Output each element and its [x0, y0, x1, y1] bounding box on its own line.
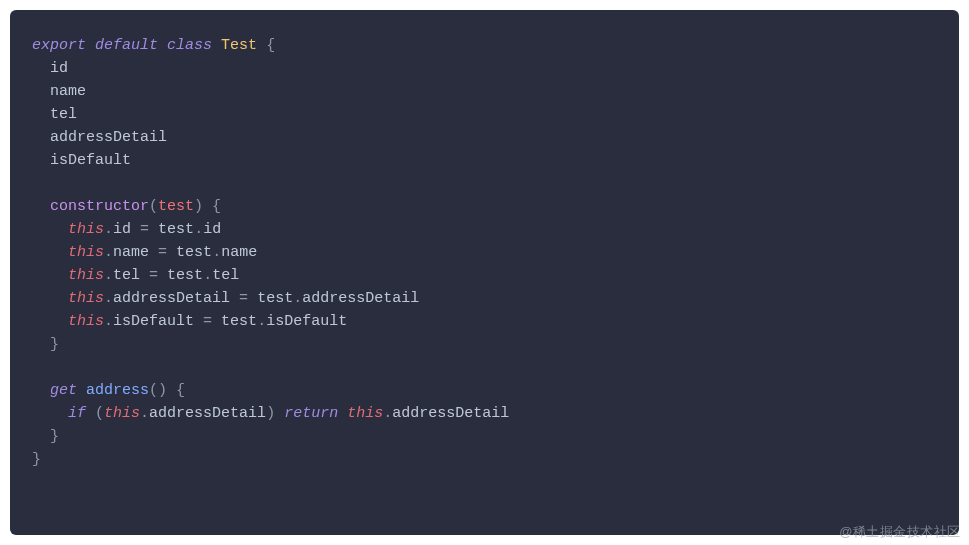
brace-close: }: [32, 451, 41, 468]
paren-close: ): [194, 198, 203, 215]
dot: .: [194, 221, 203, 238]
ref-test: test: [167, 267, 203, 284]
kw-this: this: [68, 244, 104, 261]
eq: =: [203, 313, 212, 330]
field-id: id: [50, 60, 68, 77]
kw-this: this: [104, 405, 140, 422]
dot: .: [293, 290, 302, 307]
dot: .: [257, 313, 266, 330]
brace-close: }: [50, 336, 59, 353]
kw-export: export: [32, 37, 86, 54]
kw-this: this: [68, 313, 104, 330]
paren-open: (: [95, 405, 104, 422]
method-address: address: [86, 382, 149, 399]
ref-test: test: [176, 244, 212, 261]
prop-addressDetail: addressDetail: [149, 405, 266, 422]
kw-this: this: [68, 221, 104, 238]
code-block: export default class Test { id name tel …: [32, 34, 937, 471]
field-addressDetail: addressDetail: [50, 129, 167, 146]
prop-name: name: [113, 244, 149, 261]
prop-addressDetail: addressDetail: [113, 290, 230, 307]
prop-id: id: [113, 221, 131, 238]
dot: .: [212, 244, 221, 261]
prop-isDefault: isDefault: [266, 313, 347, 330]
brace-open: {: [176, 382, 185, 399]
code-frame: export default class Test { id name tel …: [10, 10, 959, 535]
eq: =: [140, 221, 149, 238]
ref-test: test: [221, 313, 257, 330]
kw-class: class: [167, 37, 212, 54]
field-tel: tel: [50, 106, 77, 123]
prop-tel: tel: [212, 267, 239, 284]
ref-test: test: [158, 221, 194, 238]
paren-open: (: [149, 382, 158, 399]
dot: .: [383, 405, 392, 422]
kw-this: this: [68, 290, 104, 307]
brace-open: {: [266, 37, 275, 54]
ref-test: test: [257, 290, 293, 307]
eq: =: [149, 267, 158, 284]
kw-default: default: [95, 37, 158, 54]
kw-return: return: [284, 405, 338, 422]
dot: .: [203, 267, 212, 284]
kw-if: if: [68, 405, 86, 422]
dot: .: [104, 221, 113, 238]
param-test: test: [158, 198, 194, 215]
paren-open: (: [149, 198, 158, 215]
watermark-text: @稀土掘金技术社区: [839, 523, 961, 541]
dot: .: [140, 405, 149, 422]
prop-tel: tel: [113, 267, 140, 284]
paren-close: ): [158, 382, 167, 399]
prop-addressDetail: addressDetail: [302, 290, 419, 307]
dot: .: [104, 290, 113, 307]
class-name: Test: [221, 37, 257, 54]
brace-close: }: [50, 428, 59, 445]
dot: .: [104, 313, 113, 330]
dot: .: [104, 244, 113, 261]
kw-this: this: [347, 405, 383, 422]
kw-get: get: [50, 382, 77, 399]
prop-addressDetail: addressDetail: [392, 405, 509, 422]
prop-name: name: [221, 244, 257, 261]
dot: .: [104, 267, 113, 284]
constructor-kw: constructor: [50, 198, 149, 215]
brace-open: {: [212, 198, 221, 215]
eq: =: [158, 244, 167, 261]
kw-this: this: [68, 267, 104, 284]
paren-close: ): [266, 405, 275, 422]
prop-isDefault: isDefault: [113, 313, 194, 330]
field-isDefault: isDefault: [50, 152, 131, 169]
field-name: name: [50, 83, 86, 100]
prop-id: id: [203, 221, 221, 238]
eq: =: [239, 290, 248, 307]
